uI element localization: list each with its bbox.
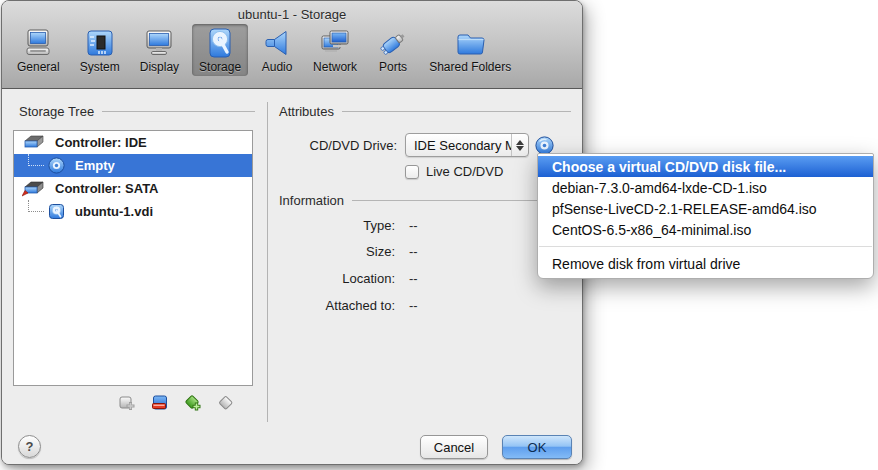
cd-dvd-drive-label: CD/DVD Drive: — [279, 138, 397, 153]
network-icon — [319, 27, 351, 59]
tree-row-label: Controller: SATA — [55, 181, 159, 196]
help-button-label: ? — [26, 439, 34, 454]
ok-button-label: OK — [528, 440, 547, 455]
group-divider — [342, 111, 571, 112]
audio-icon — [261, 27, 293, 59]
toolbar-label: Audio — [262, 60, 293, 74]
cancel-button[interactable]: Cancel — [420, 435, 488, 459]
help-button[interactable]: ? — [18, 435, 41, 458]
info-type-value: -- — [409, 218, 418, 233]
menu-item-label: debian-7.3.0-amd64-lxde-CD-1.iso — [552, 180, 767, 196]
system-icon — [84, 27, 116, 59]
sata-controller-icon — [22, 181, 44, 197]
info-location-label: Location: — [279, 271, 395, 286]
shared-folders-icon — [454, 27, 486, 59]
cd-disc-icon — [48, 157, 65, 174]
info-attached-value: -- — [409, 298, 418, 313]
menu-item-label: CentOS-6.5-x86_64-minimal.iso — [552, 222, 751, 238]
storage-tree: Controller: IDE Empty — [13, 130, 253, 386]
attributes-group: Attributes — [279, 104, 571, 119]
toolbar-item-display[interactable]: Display — [133, 24, 186, 76]
menu-separator — [539, 246, 872, 247]
toolbar-item-audio[interactable]: Audio — [254, 24, 300, 76]
toolbar-label: Storage — [199, 60, 241, 74]
stepper-arrows-icon — [511, 134, 528, 156]
menu-item-centos-iso[interactable]: CentOS-6.5-x86_64-minimal.iso — [538, 219, 873, 240]
storage-icon — [204, 27, 236, 59]
toolbar-item-ports[interactable]: Ports — [370, 24, 416, 76]
toolbar-item-storage[interactable]: Storage — [192, 24, 248, 76]
screen: ubuntu-1 - Storage General — [0, 0, 878, 470]
toolbar-label: Ports — [379, 60, 407, 74]
storage-settings-content: Storage Tree Controller: IDE — [2, 90, 582, 464]
window-title: ubuntu-1 - Storage — [2, 7, 582, 22]
info-size-value: -- — [409, 244, 418, 259]
information-group-label: Information — [279, 193, 344, 208]
menu-item-choose-disk-file[interactable]: Choose a virtual CD/DVD disk file... — [538, 156, 873, 177]
menu-item-remove-disk[interactable]: Remove disk from virtual drive — [538, 253, 873, 274]
tree-row-controller-sata[interactable]: Controller: SATA — [14, 177, 252, 200]
menu-item-label: Remove disk from virtual drive — [552, 256, 740, 272]
storage-tree-group-label: Storage Tree — [19, 104, 94, 119]
ports-icon — [377, 27, 409, 59]
add-attachment-button[interactable] — [118, 394, 136, 412]
window-header: ubuntu-1 - Storage General — [2, 1, 582, 89]
menu-item-pfsense-iso[interactable]: pfSense-LiveCD-2.1-RELEASE-amd64.iso — [538, 198, 873, 219]
info-location-value: -- — [409, 271, 418, 286]
tree-row-ubuntu-vdi[interactable]: ubuntu-1.vdi — [14, 200, 252, 223]
pane-divider — [267, 102, 268, 422]
ok-button[interactable]: OK — [502, 435, 572, 459]
settings-toolbar: General System — [10, 24, 518, 76]
info-type-label: Type: — [279, 218, 395, 233]
tree-branch — [28, 154, 44, 166]
tree-branch — [28, 200, 44, 212]
group-divider — [102, 111, 255, 112]
live-cd-checkbox[interactable] — [405, 165, 419, 179]
cd-dvd-context-menu: Choose a virtual CD/DVD disk file... deb… — [537, 153, 874, 279]
menu-item-label: pfSense-LiveCD-2.1-RELEASE-amd64.iso — [552, 201, 817, 217]
live-cd-label: Live CD/DVD — [426, 164, 503, 179]
toolbar-item-network[interactable]: Network — [306, 24, 364, 76]
hard-disk-icon — [48, 203, 65, 220]
info-attached-label: Attached to: — [279, 298, 395, 313]
tree-row-controller-ide[interactable]: Controller: IDE — [14, 131, 252, 154]
toolbar-item-system[interactable]: System — [73, 24, 127, 76]
attributes-group-label: Attributes — [279, 104, 334, 119]
toolbar-label: System — [80, 60, 120, 74]
general-icon — [22, 27, 54, 59]
cancel-button-label: Cancel — [434, 440, 474, 455]
cd-dvd-drive-select[interactable]: IDE Secondary Master — [405, 133, 529, 157]
tree-row-empty[interactable]: Empty — [14, 154, 252, 177]
toolbar-item-general[interactable]: General — [10, 24, 67, 76]
add-controller-button[interactable] — [184, 394, 202, 412]
remove-controller-button[interactable] — [217, 394, 235, 412]
toolbar-label: Network — [313, 60, 357, 74]
information-group: Information — [279, 193, 571, 208]
menu-item-label: Choose a virtual CD/DVD disk file... — [552, 159, 786, 175]
ide-controller-icon — [22, 135, 44, 151]
toolbar-label: Shared Folders — [429, 60, 511, 74]
display-icon — [143, 27, 175, 59]
tree-row-label: ubuntu-1.vdi — [75, 204, 153, 219]
menu-item-debian-iso[interactable]: debian-7.3.0-amd64-lxde-CD-1.iso — [538, 177, 873, 198]
tree-row-label: Empty — [75, 158, 115, 173]
toolbar-item-shared-folders[interactable]: Shared Folders — [422, 24, 518, 76]
info-size-label: Size: — [279, 244, 395, 259]
tree-row-label: Controller: IDE — [55, 135, 147, 150]
remove-attachment-button[interactable] — [151, 394, 169, 412]
toolbar-label: Display — [140, 60, 179, 74]
storage-settings-window: ubuntu-1 - Storage General — [1, 0, 583, 465]
storage-tree-buttons — [13, 394, 253, 412]
cd-dvd-drive-value: IDE Secondary Master — [406, 138, 511, 153]
storage-tree-group: Storage Tree — [19, 104, 255, 119]
toolbar-label: General — [17, 60, 60, 74]
